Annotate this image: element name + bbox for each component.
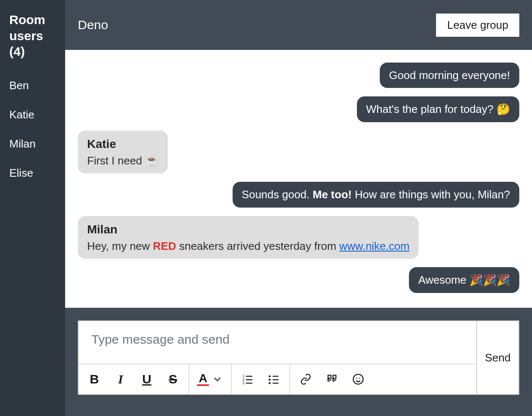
message-input[interactable]: Type message and send: [79, 321, 476, 364]
chevron-down-icon: [211, 373, 223, 385]
chat-header: Deno Leave group: [65, 0, 532, 50]
link-icon: [300, 373, 312, 385]
strikethrough-button[interactable]: S: [161, 367, 185, 391]
sidebar-user[interactable]: Ben: [9, 79, 56, 92]
ordered-list-icon: 1 2 3: [241, 373, 253, 385]
message-text: Hey, my new RED sneakers arrived yesterd…: [87, 238, 409, 254]
svg-point-6: [269, 375, 271, 378]
message-text: Awesome 🎉🎉🎉: [418, 272, 510, 287]
sidebar-user[interactable]: Milan: [9, 137, 56, 151]
quote-button[interactable]: [320, 367, 344, 391]
message-row: Good morning everyone!: [78, 63, 519, 88]
message-bubble-mine: What's the plan for today? 🤔: [357, 96, 519, 122]
svg-point-7: [269, 379, 271, 381]
sidebar-user[interactable]: Katie: [9, 108, 56, 121]
user-list: Ben Katie Milan Elise: [9, 79, 56, 180]
message-list[interactable]: Good morning everyone!What's the plan fo…: [65, 50, 532, 308]
message-bubble-mine: Awesome 🎉🎉🎉: [409, 267, 519, 293]
quote-icon: [326, 373, 338, 385]
message-sender: Katie: [87, 136, 159, 152]
bold-button[interactable]: B: [82, 367, 107, 391]
svg-point-12: [354, 374, 363, 384]
main-panel: Deno Leave group Good morning everyone!W…: [65, 0, 532, 416]
link-button[interactable]: [293, 367, 318, 391]
message-row: What's the plan for today? 🤔: [78, 96, 519, 122]
underline-button[interactable]: U: [134, 367, 159, 391]
smiley-icon: [352, 373, 364, 385]
svg-point-13: [356, 378, 357, 379]
chat-title: Deno: [78, 18, 108, 32]
text-color-button[interactable]: A: [193, 367, 228, 391]
message-bubble-mine: Good morning everyone!: [380, 63, 519, 88]
emoji-button[interactable]: [346, 367, 370, 391]
message-bubble-theirs: MilanHey, my new RED sneakers arrived ye…: [78, 216, 419, 259]
message-sender: Milan: [87, 221, 409, 238]
sidebar-title: Room users (4): [9, 12, 56, 60]
message-text: Good morning everyone!: [389, 68, 510, 83]
unordered-list-icon: [268, 373, 280, 385]
send-button[interactable]: Send: [476, 321, 518, 394]
svg-point-8: [269, 382, 271, 384]
sidebar: Room users (4) Ben Katie Milan Elise: [0, 0, 65, 416]
message-text: What's the plan for today? 🤔: [366, 101, 510, 117]
message-bubble-mine: Sounds good. Me too! How are things with…: [233, 182, 519, 207]
composer-area: Type message and send B I U S A: [65, 308, 532, 416]
svg-text:3: 3: [243, 381, 245, 385]
composer: Type message and send B I U S A: [78, 320, 519, 395]
message-row: Sounds good. Me too! How are things with…: [78, 182, 519, 207]
message-row: KatieFirst I need ☕: [78, 131, 519, 174]
svg-point-14: [359, 378, 360, 379]
format-toolbar: B I U S A: [79, 364, 476, 394]
italic-button[interactable]: I: [108, 367, 133, 391]
message-row: MilanHey, my new RED sneakers arrived ye…: [78, 216, 519, 259]
message-text: Sounds good. Me too! How are things with…: [242, 187, 510, 202]
unordered-list-button[interactable]: [261, 367, 286, 391]
message-row: Awesome 🎉🎉🎉: [78, 267, 519, 293]
ordered-list-button[interactable]: 1 2 3: [235, 367, 260, 391]
message-bubble-theirs: KatieFirst I need ☕: [78, 131, 168, 174]
message-text: First I need ☕: [87, 153, 159, 168]
text-color-icon: A: [197, 372, 209, 386]
leave-group-button[interactable]: Leave group: [436, 14, 519, 37]
sidebar-user[interactable]: Elise: [9, 167, 56, 180]
